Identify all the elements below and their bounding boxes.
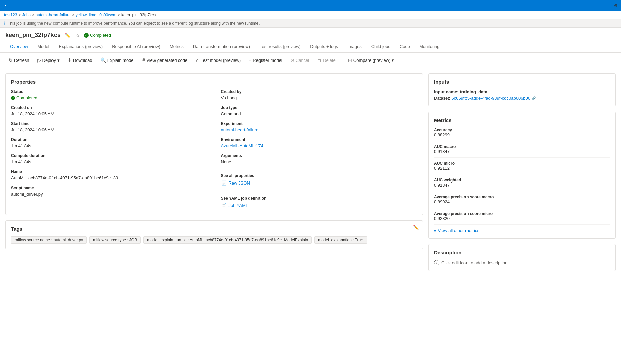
- refresh-button[interactable]: ↻ Refresh: [5, 55, 33, 65]
- created-by-label: Created by: [221, 89, 418, 94]
- test-icon: ✓: [195, 57, 199, 63]
- external-link-icon: 🔗: [532, 96, 536, 100]
- environment-value[interactable]: AzureML-AutoML:174: [221, 143, 418, 148]
- delete-button[interactable]: 🗑 Delete: [314, 55, 339, 65]
- compute-duration-label: Compute duration: [11, 153, 208, 158]
- tab-responsible-ai[interactable]: Responsible AI (preview): [107, 41, 165, 52]
- prop-created-by: Created by Vo Long: [221, 89, 418, 100]
- tab-code[interactable]: Code: [395, 41, 415, 52]
- download-icon: ⬇: [68, 57, 72, 63]
- delete-icon: 🗑: [317, 57, 322, 63]
- input-name-label: Input name: training_data: [434, 89, 610, 94]
- metric-name-1: AUC macro: [434, 144, 610, 149]
- download-button[interactable]: ⬇ Download: [64, 55, 96, 65]
- environment-label: Environment: [221, 137, 418, 142]
- dataset-link[interactable]: 5c059fb5-adde-4fad-939f-cdc0ab606b06 🔗: [451, 96, 536, 101]
- view-generated-code-button[interactable]: # View generated code: [139, 55, 191, 65]
- register-label: Register model: [253, 58, 282, 63]
- compare-button[interactable]: ⊞ Compare (preview) ▾: [345, 55, 398, 65]
- raw-json-label: Raw JSON: [229, 180, 250, 186]
- description-hint-text: Click edit icon to add a description: [441, 260, 507, 265]
- deploy-button[interactable]: ▷ Deploy ▾: [34, 55, 63, 65]
- tab-model[interactable]: Model: [33, 41, 54, 52]
- cancel-button[interactable]: ⊗ Cancel: [287, 55, 312, 65]
- tab-explanations[interactable]: Explanations (preview): [54, 41, 108, 52]
- test-label: Test model (preview): [201, 58, 241, 63]
- metrics-card: Metrics Accuracy 0.88299 AUC macro 0.913…: [428, 112, 616, 239]
- explain-label: Explain model: [107, 58, 135, 63]
- explain-model-button[interactable]: 🔍 Explain model: [97, 55, 138, 65]
- refresh-label: Refresh: [14, 58, 29, 63]
- breadcrumb-automl[interactable]: automl-heart-failure: [36, 13, 71, 17]
- compare-icon: ⊞: [348, 57, 352, 63]
- favorite-button[interactable]: ☆: [74, 32, 81, 39]
- status-label: Completed: [90, 33, 111, 38]
- duration-value: 1m 41.84s: [11, 143, 208, 148]
- raw-json-link[interactable]: 📄 Raw JSON: [221, 180, 418, 186]
- script-name-value: automl_driver.py: [11, 192, 208, 197]
- breadcrumb-sep-2: >: [32, 13, 34, 17]
- dataset-link-text: 5c059fb5-adde-4fad-939f-cdc0ab606b06: [451, 96, 530, 101]
- breadcrumb-jobs[interactable]: Jobs: [22, 13, 30, 17]
- job-yaml-icon: 📄: [221, 203, 227, 208]
- metric-name-3: AUC weighted: [434, 178, 610, 183]
- menu-dots[interactable]: ···: [3, 2, 8, 8]
- tab-child-jobs[interactable]: Child jobs: [367, 41, 395, 52]
- description-info-icon: i: [434, 260, 439, 265]
- explain-icon: 🔍: [100, 57, 106, 63]
- metric-name-2: AUC micro: [434, 161, 610, 166]
- status-prop-value: Completed: [11, 95, 208, 100]
- test-model-button[interactable]: ✓ Test model (preview): [192, 55, 244, 65]
- register-model-button[interactable]: + Register model: [245, 55, 286, 65]
- view-all-metrics-link[interactable]: ≡ View all other metrics: [434, 228, 610, 233]
- job-type-label: Job type: [221, 105, 418, 110]
- tags-card: ✏️ Tags mlflow.source.name : automl_driv…: [5, 220, 423, 249]
- cancel-icon: ⊗: [290, 57, 294, 63]
- see-all-title: See all properties: [221, 173, 418, 178]
- metric-name-0: Accuracy: [434, 128, 610, 132]
- tab-overview[interactable]: Overview: [5, 41, 33, 52]
- breadcrumb-sep-1: >: [18, 13, 21, 17]
- tag-chip-3: model_explanation : True: [314, 236, 367, 244]
- info-message: This job is using the new compute runtim…: [8, 21, 260, 26]
- download-label: Download: [73, 58, 92, 63]
- metric-name-5: Average precision score micro: [434, 211, 610, 216]
- edit-title-button[interactable]: ✏️: [63, 32, 72, 39]
- metric-value-4: 0.89924: [434, 199, 610, 204]
- delete-label: Delete: [323, 58, 336, 63]
- name-value: AutoML_acb8774e-01cb-4071-95a7-ea891be61…: [11, 175, 208, 180]
- tab-monitoring[interactable]: Monitoring: [415, 41, 444, 52]
- view-all-label: View all other metrics: [438, 228, 479, 233]
- top-bar: ··· ⊕: [0, 0, 621, 11]
- inputs-title: Inputs: [434, 79, 610, 85]
- main-content: Properties Status Completed Created on: [0, 68, 621, 276]
- deploy-label: Deploy: [42, 58, 56, 63]
- breadcrumb-current: keen_pin_32fp7kcs: [121, 13, 156, 17]
- tab-metrics[interactable]: Metrics: [165, 41, 188, 52]
- tab-images[interactable]: Images: [343, 41, 367, 52]
- deploy-icon: ▷: [37, 57, 41, 63]
- tab-data-transformation[interactable]: Data transformation (preview): [188, 41, 255, 52]
- prop-arguments: Arguments None: [221, 153, 418, 164]
- view-all-icon: ≡: [434, 228, 437, 233]
- experiment-value[interactable]: automl-heart-failure: [221, 127, 418, 132]
- job-yaml-link[interactable]: 📄 Job YAML: [221, 203, 418, 208]
- breadcrumb-sep-3: >: [72, 13, 74, 17]
- breadcrumb-test123[interactable]: test123: [4, 13, 17, 17]
- tab-outputs-logs[interactable]: Outputs + logs: [305, 41, 343, 52]
- status-badge: Completed: [84, 33, 111, 38]
- breadcrumb-yellow-lime[interactable]: yellow_lime_l0s00wxm: [76, 13, 116, 17]
- toolbar-separator: [342, 56, 342, 64]
- prop-script-name: Script name automl_driver.py: [11, 186, 208, 197]
- arguments-value: None: [221, 159, 418, 164]
- tab-test-results[interactable]: Test results (preview): [255, 41, 305, 52]
- tags-edit-button[interactable]: ✏️: [413, 225, 419, 230]
- description-card: Description i Click edit icon to add a d…: [428, 244, 616, 271]
- metric-row-5: Average precision score micro 0.92320: [434, 211, 610, 225]
- script-name-label: Script name: [11, 186, 208, 190]
- see-all-properties: See all properties 📄 Raw JSON: [221, 173, 418, 186]
- cancel-label: Cancel: [296, 58, 309, 63]
- tags-title: Tags: [11, 226, 417, 232]
- tag-chip-1: mlflow.source.type : JOB: [89, 236, 141, 244]
- metric-value-5: 0.92320: [434, 216, 610, 221]
